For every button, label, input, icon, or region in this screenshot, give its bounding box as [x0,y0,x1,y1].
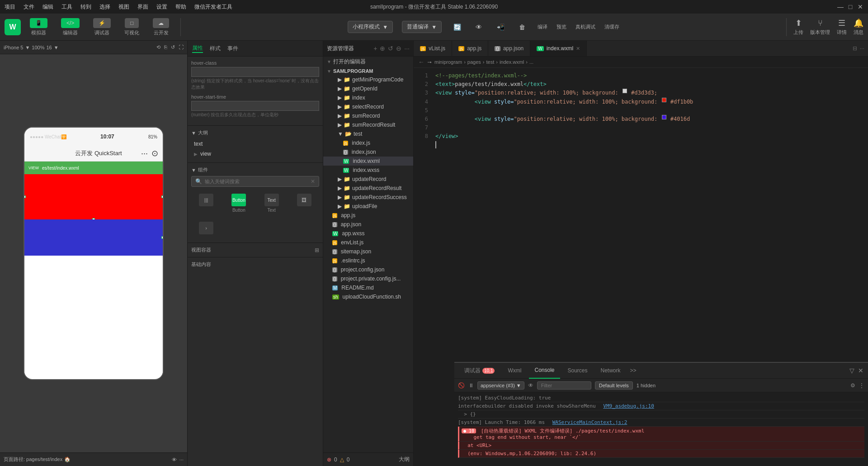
more-devtools-tabs[interactable]: >> [628,367,638,374]
tree-appjson[interactable]: {} app.json [323,220,413,229]
pause-on-exception-icon[interactable]: ⏸ [468,382,474,389]
menu-file[interactable]: 文件 [24,3,34,11]
more-tree-icon[interactable]: ··· [404,45,410,52]
tree-sumRecordResult[interactable]: ▶ 📁 sumRecordResult [323,120,413,129]
devtools-close-icon[interactable]: ✕ [858,367,863,374]
close-button[interactable]: ✕ [857,4,863,10]
nav-actions[interactable]: ··· ⊙ [141,148,158,158]
devtools-tab-network[interactable]: Network [595,363,626,379]
open-editors-item[interactable]: ▼ 打开的编辑器 [323,57,413,67]
bottom-more-icon[interactable]: ··· [179,457,184,462]
simulator-button[interactable]: 📱 模拟器 [25,16,52,38]
tree-uploadcloud[interactable]: sh uploadCloudFunction.sh [323,292,413,301]
tree-projectprivate[interactable]: {} project.private.config.js... [323,274,413,283]
component-search-input[interactable] [205,179,308,184]
tree-getOpenId[interactable]: ▶ 📁 getOpenId [323,84,413,93]
compile-button[interactable]: 🔄 [451,21,463,33]
tree-test-indexwxml[interactable]: W index.wxml [323,157,413,166]
tree-updateRecord[interactable]: ▶ 📁 updateRecord [323,175,413,184]
compile-dropdown[interactable]: 普通编译 ▼ [402,21,442,33]
tree-readme[interactable]: M README.md [323,283,413,292]
split-editor-icon[interactable]: ⊟ [853,45,857,52]
component-search-box[interactable]: 🔍 ✕ [191,176,319,187]
component-image-item[interactable]: 🖼 [289,190,319,216]
menu-interface[interactable]: 界面 [137,3,148,11]
debugger-button[interactable]: ⚡ 调试器 [89,16,115,38]
devtools-tab-sources[interactable]: Sources [562,363,593,379]
tab-properties[interactable]: 属性 [192,44,203,53]
new-file-icon[interactable]: + [373,45,377,52]
menu-wechat-devtool[interactable]: 微信开发者工具 [194,3,232,11]
clear-console-icon[interactable]: 🚫 [458,382,465,389]
tree-updateRecordResult[interactable]: ▶ 📁 updateRecordResult [323,184,413,193]
notifications-button[interactable]: 🔔 消息 [854,18,863,36]
refresh-icon[interactable]: ↺ [171,44,175,50]
back-arrow[interactable]: ← [418,58,425,66]
outline-item-view[interactable]: ▶ view [191,149,319,159]
cloud-button[interactable]: ☁ 云开发 [148,16,174,38]
breadcrumb-miniprogram[interactable]: miniprogram [434,59,462,65]
breadcrumb-test[interactable]: test [486,59,494,65]
tree-projectconfig[interactable]: {} project.config.json [323,265,413,274]
bottom-home-icon[interactable]: 🏠 [64,456,71,462]
version-button[interactable]: ⑂ 版本管理 [810,19,830,36]
menu-edit[interactable]: 编辑 [42,3,53,11]
outline-collapse-icon[interactable]: ▼ [191,130,196,136]
tab-style[interactable]: 样式 [210,45,221,52]
clear-cache-button[interactable]: 🗑 [516,21,528,33]
tree-eslintrc[interactable]: js .eslintrc.js [323,256,413,265]
breadcrumb-more[interactable]: ... [529,59,533,65]
component-collapse-icon[interactable]: ▼ [191,167,196,173]
console-link[interactable]: VM9_asdebug.js:10 [603,403,654,409]
tree-test-folder[interactable]: ▼ 📂 test [323,129,413,138]
blue-view-handle-right[interactable] [161,236,164,239]
hover-class-input[interactable] [191,67,319,77]
tree-appwxss[interactable]: W app.wxss [323,229,413,238]
more-tabs-icon[interactable]: ··· [860,45,864,52]
mode-dropdown[interactable]: 小程序模式 ▼ [348,21,393,33]
close-tab-btn[interactable]: ✕ [576,46,580,52]
tree-updateRecordSuccess[interactable]: ▶ 📁 updateRecordSuccess [323,193,413,202]
tree-test-indexjs[interactable]: js index.js [323,138,413,147]
tab-events[interactable]: 事件 [227,45,238,52]
menu-settings[interactable]: 设置 [156,3,167,11]
forward-arrow[interactable]: → [426,58,433,66]
tree-getMiniProgramCode[interactable]: ▶ 📁 getMiniProgramCode [323,75,413,84]
menu-goto[interactable]: 转到 [80,3,91,11]
console-link-2[interactable]: WAServiceMainContext.js:2 [552,419,627,425]
tab-appjs[interactable]: js app.js [452,41,488,57]
devtools-collapse-icon[interactable]: ▽ [849,367,854,374]
fullscreen-icon[interactable]: ⛶ [179,44,184,50]
outline-item-text[interactable]: text [191,139,319,149]
menu-project[interactable]: 项目 [5,3,15,11]
tree-test-indexjson[interactable]: {} index.json [323,147,413,157]
red-view-handle-right[interactable] [161,195,164,198]
menu-bar[interactable]: 项目 文件 编辑 工具 转到 选择 视图 界面 设置 帮助 微信开发者工具 [5,3,232,11]
root-item[interactable]: ▼ SAMLPROGRAM [323,67,413,75]
minimize-button[interactable]: — [837,4,844,10]
component-button-item[interactable]: Button Button [224,190,254,216]
device-selector[interactable]: iPhone 5 ▼ 100% 16 ▼ [4,45,59,50]
component-grid-item[interactable]: ||| [191,190,221,216]
component-next-item[interactable]: › [191,219,221,239]
home-icon[interactable]: ⊙ [151,148,158,158]
preview-button[interactable]: 👁 [472,21,485,33]
menu-help[interactable]: 帮助 [175,3,186,11]
bottom-eye-icon[interactable]: 👁 [172,457,177,462]
tree-uploadFile[interactable]: ▶ 📁 uploadFile [323,202,413,211]
upload-button[interactable]: ⬆ 上传 [793,18,803,36]
visual-button[interactable]: □ 可视化 [120,16,144,38]
console-filter-input[interactable] [537,381,591,390]
devtools-tab-wxml[interactable]: Wxml [502,363,527,379]
tree-selectRecord[interactable]: ▶ 📁 selectRecord [323,102,413,111]
new-folder-icon[interactable]: ⊕ [380,45,385,52]
details-button[interactable]: ☰ 详情 [837,18,847,36]
tree-sumRecord[interactable]: ▶ 📁 sumRecord [323,111,413,120]
rotate-icon[interactable]: ⟲ [156,44,160,50]
breadcrumb-pages[interactable]: pages [467,59,481,65]
tree-index[interactable]: ▶ 📁 index [323,93,413,102]
settings-icon[interactable]: ⚙ [850,382,855,389]
view-container-icon[interactable]: ⊞ [315,247,319,253]
collapse-tree-icon[interactable]: ⊖ [396,45,401,52]
menu-tool[interactable]: 工具 [61,3,72,11]
